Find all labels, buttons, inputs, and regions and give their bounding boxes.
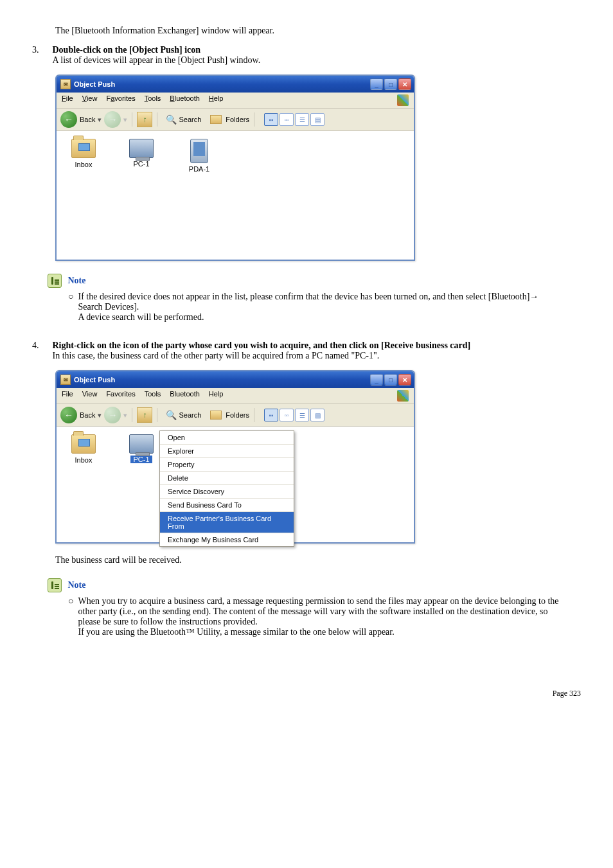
close-button[interactable]: ✕ — [398, 374, 411, 385]
page-footer: Page 323 — [32, 689, 581, 698]
back-label[interactable]: Back — [80, 116, 95, 123]
view-large-icons[interactable]: ▪▪ — [264, 113, 278, 126]
folder-icon — [210, 411, 222, 420]
search-button[interactable]: 🔍 Search — [166, 410, 201, 420]
back-button[interactable]: ← — [60, 111, 77, 128]
folders-label: Folders — [226, 116, 249, 123]
window-icon: ✉ — [60, 79, 71, 89]
ctx-send-card[interactable]: Send Business Card To — [160, 499, 294, 512]
minimize-button[interactable]: _ — [370, 374, 383, 385]
step3-num: 3. — [32, 45, 50, 55]
inbox-item[interactable]: Inbox — [64, 139, 103, 252]
window-title: Object Push — [74, 80, 115, 88]
menu-bar: File View Favorites Tools Bluetooth Help — [57, 93, 414, 109]
back-dropdown-icon[interactable]: ▾ — [98, 116, 102, 124]
menu-file[interactable]: File — [62, 390, 73, 402]
forward-button[interactable]: → — [104, 111, 121, 128]
ctx-receive-card[interactable]: Receive Partner's Business Card From — [160, 512, 294, 533]
ctx-exchange-card[interactable]: Exchange My Business Card — [160, 533, 294, 546]
inbox-label: Inbox — [75, 161, 93, 168]
toolbar: ← Back ▾ → ▾ ↑ 🔍 Search Folders ▪▪ ▫▫ ☰ … — [57, 404, 414, 427]
view-list[interactable]: ☰ — [295, 113, 309, 126]
up-button[interactable]: ↑ — [137, 112, 152, 127]
pc1-item[interactable]: PC-1 — [122, 434, 161, 535]
menu-tools[interactable]: Tools — [145, 94, 161, 106]
view-details[interactable]: ▤ — [310, 409, 324, 421]
menu-help[interactable]: Help — [209, 94, 224, 106]
toolbar-separator — [157, 408, 157, 422]
folders-button[interactable]: Folders — [210, 411, 249, 420]
pda1-label: PDA-1 — [189, 165, 209, 173]
menu-view[interactable]: View — [82, 390, 98, 402]
ctx-delete[interactable]: Delete — [160, 472, 294, 485]
step3-sub: A list of devices will appear in the [Ob… — [53, 55, 261, 65]
titlebar: ✉ Object Push _ □ ✕ — [57, 371, 414, 388]
inbox-icon — [71, 434, 96, 454]
note2-line1: When you try to acquire a business card,… — [78, 596, 559, 626]
step4-sub: In this case, the business card of the o… — [53, 351, 380, 360]
forward-dropdown-icon[interactable]: ▾ — [123, 116, 127, 124]
intro-line: The [Bluetooth Information Exchanger] wi… — [55, 26, 581, 36]
ctx-explorer[interactable]: Explorer — [160, 445, 294, 458]
folders-button[interactable]: Folders — [210, 115, 249, 124]
folder-icon — [210, 115, 222, 124]
toolbar: ← Back ▾ → ▾ ↑ 🔍 Search Folders ▪▪ ▫▫ ☰ … — [57, 109, 414, 131]
pc-icon — [129, 434, 154, 454]
menu-view[interactable]: View — [82, 94, 98, 106]
pda1-item[interactable]: PDA-1 — [180, 139, 218, 252]
toolbar-separator — [132, 112, 132, 127]
back-button[interactable]: ← — [60, 407, 77, 423]
context-menu: Open Explorer Property Delete Service Di… — [159, 430, 294, 547]
forward-button[interactable]: → — [104, 407, 121, 423]
window-icon: ✉ — [60, 375, 71, 385]
pc1-label: PC-1 — [133, 160, 149, 168]
close-button[interactable]: ✕ — [398, 78, 411, 90]
back-dropdown-icon[interactable]: ▾ — [98, 411, 102, 420]
bullet: ○ — [68, 596, 76, 607]
ctx-service-discovery[interactable]: Service Discovery — [160, 485, 294, 499]
ctx-open[interactable]: Open — [160, 431, 294, 445]
toolbar-separator — [157, 112, 157, 127]
note-icon — [48, 274, 62, 288]
pc1-label: PC-1 — [130, 456, 152, 463]
view-small-icons[interactable]: ▫▫ — [280, 409, 294, 421]
up-button[interactable]: ↑ — [137, 407, 152, 423]
received-text: The business card will be received. — [55, 555, 581, 565]
toolbar-separator — [132, 408, 132, 422]
minimize-button[interactable]: _ — [370, 78, 383, 90]
menu-favorites[interactable]: Favorites — [106, 390, 135, 402]
menu-favorites[interactable]: Favorites — [106, 94, 135, 106]
search-label: Search — [179, 116, 201, 123]
view-list[interactable]: ☰ — [295, 409, 309, 421]
ctx-property[interactable]: Property — [160, 458, 294, 472]
menu-file[interactable]: File — [62, 94, 73, 106]
note-label: Note — [68, 276, 86, 285]
search-icon: 🔍 — [166, 114, 177, 125]
search-button[interactable]: 🔍 Search — [166, 114, 201, 125]
search-icon: 🔍 — [166, 410, 177, 420]
note-icon — [48, 578, 62, 592]
menu-bluetooth[interactable]: Bluetooth — [170, 94, 200, 106]
windows-logo-icon — [397, 94, 409, 106]
client-area: Inbox PC-1 PDA-1 — [57, 131, 414, 260]
note-label: Note — [68, 580, 86, 590]
window-title: Object Push — [74, 376, 115, 384]
maximize-button[interactable]: □ — [384, 78, 397, 90]
view-details[interactable]: ▤ — [310, 113, 324, 126]
step3-title: Double-click on the [Object Push] icon — [53, 45, 201, 55]
menu-help[interactable]: Help — [209, 390, 224, 402]
pc1-item[interactable]: PC-1 — [122, 139, 161, 252]
menu-tools[interactable]: Tools — [145, 390, 161, 402]
menu-bluetooth[interactable]: Bluetooth — [170, 390, 199, 402]
forward-dropdown-icon[interactable]: ▾ — [123, 411, 127, 420]
view-large-icons[interactable]: ▪▪ — [264, 409, 278, 421]
view-small-icons[interactable]: ▫▫ — [280, 113, 294, 126]
note1-line2: A device search will be performed. — [78, 312, 204, 322]
windows-logo-icon — [397, 390, 409, 402]
maximize-button[interactable]: □ — [384, 374, 397, 385]
back-label[interactable]: Back — [80, 411, 95, 419]
inbox-item[interactable]: Inbox — [64, 434, 103, 535]
search-label: Search — [179, 411, 201, 419]
pda-icon — [190, 139, 208, 163]
bullet: ○ — [68, 292, 76, 302]
